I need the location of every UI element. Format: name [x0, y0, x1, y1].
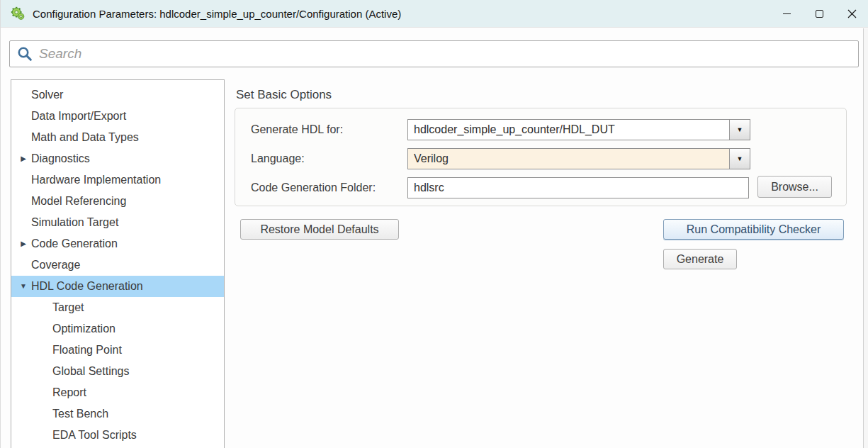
sidebar-item-floating-point[interactable]: Floating Point [11, 340, 224, 361]
code-generation-folder-input[interactable] [407, 177, 749, 198]
sidebar-item-hdl-code-generation[interactable]: ▼HDL Code Generation [11, 276, 224, 297]
window-title: Configuration Parameters: hdlcoder_simpl… [33, 8, 401, 20]
combo-dropdown-button[interactable]: ▼ [729, 149, 750, 169]
sidebar-item-hardware-implementation[interactable]: Hardware Implementation [11, 169, 224, 191]
sidebar-item-target[interactable]: Target [11, 297, 224, 318]
sidebar-item-solver[interactable]: Solver [11, 84, 224, 106]
language-combobox[interactable]: Verilog ▼ [407, 148, 750, 169]
close-icon [847, 9, 857, 18]
sidebar-item-model-referencing[interactable]: Model Referencing [11, 191, 224, 212]
generate-hdl-for-value: hdlcoder_simple_up_counter/HDL_DUT [408, 120, 729, 140]
run-compatibility-checker-button[interactable]: Run Compatibility Checker [663, 219, 844, 240]
search-icon [17, 46, 33, 62]
language-label: Language: [251, 148, 305, 169]
generate-hdl-for-row: Generate HDL for: hdlcoder_simple_up_cou… [235, 119, 846, 140]
sidebar-item-eda-tool-scripts[interactable]: EDA Tool Scripts [11, 425, 224, 446]
generate-button[interactable]: Generate [663, 249, 737, 269]
sidebar-item-report[interactable]: Report [11, 382, 224, 403]
vertical-scrollbar-track[interactable] [863, 28, 868, 448]
minimize-button[interactable] [770, 0, 803, 28]
generate-hdl-for-combobox[interactable]: hdlcoder_simple_up_counter/HDL_DUT ▼ [407, 119, 750, 140]
chevron-down-icon: ▼ [737, 156, 743, 162]
sidebar-item-test-bench[interactable]: Test Bench [11, 403, 224, 425]
chevron-down-icon: ▼ [737, 127, 743, 133]
sidebar-item-data-import-export[interactable]: Data Import/Export [11, 106, 224, 127]
tree-collapsed-icon[interactable]: ▶ [18, 148, 29, 169]
search-input[interactable] [39, 46, 851, 62]
sidebar-item-diagnostics[interactable]: ▶Diagnostics [11, 148, 224, 169]
tree-collapsed-icon[interactable]: ▶ [18, 233, 29, 254]
code-generation-folder-row: Code Generation Folder: [235, 177, 846, 198]
language-value: Verilog [408, 149, 729, 169]
browse-button[interactable]: Browse... [757, 176, 832, 198]
combo-dropdown-button[interactable]: ▼ [729, 120, 750, 140]
language-row: Language: Verilog ▼ [235, 148, 846, 169]
sidebar-item-simulation-target[interactable]: Simulation Target [11, 212, 224, 233]
category-tree: Solver Data Import/Export Math and Data … [11, 79, 225, 448]
search-bar [9, 40, 859, 67]
restore-model-defaults-button[interactable]: Restore Model Defaults [240, 219, 399, 240]
configuration-parameters-window: Configuration Parameters: hdlcoder_simpl… [0, 0, 868, 448]
minimize-icon [783, 13, 791, 14]
generate-hdl-for-label: Generate HDL for: [251, 119, 343, 140]
maximize-icon [816, 10, 823, 18]
code-generation-folder-label: Code Generation Folder: [251, 177, 376, 198]
sidebar-item-code-generation[interactable]: ▶Code Generation [11, 233, 224, 254]
titlebar: Configuration Parameters: hdlcoder_simpl… [1, 0, 868, 28]
sidebar-item-optimization[interactable]: Optimization [11, 318, 224, 340]
section-title: Set Basic Options [236, 88, 332, 102]
window-controls [770, 0, 868, 28]
close-button[interactable] [835, 0, 868, 28]
maximize-button[interactable] [803, 0, 835, 28]
sidebar-item-math-and-data-types[interactable]: Math and Data Types [11, 127, 224, 148]
basic-options-groupbox: Generate HDL for: hdlcoder_simple_up_cou… [235, 108, 847, 206]
simulink-gear-icon [10, 6, 26, 21]
tree-expanded-icon[interactable]: ▼ [18, 276, 29, 297]
sidebar-item-coverage[interactable]: Coverage [11, 254, 224, 276]
sidebar-item-global-settings[interactable]: Global Settings [11, 361, 224, 382]
